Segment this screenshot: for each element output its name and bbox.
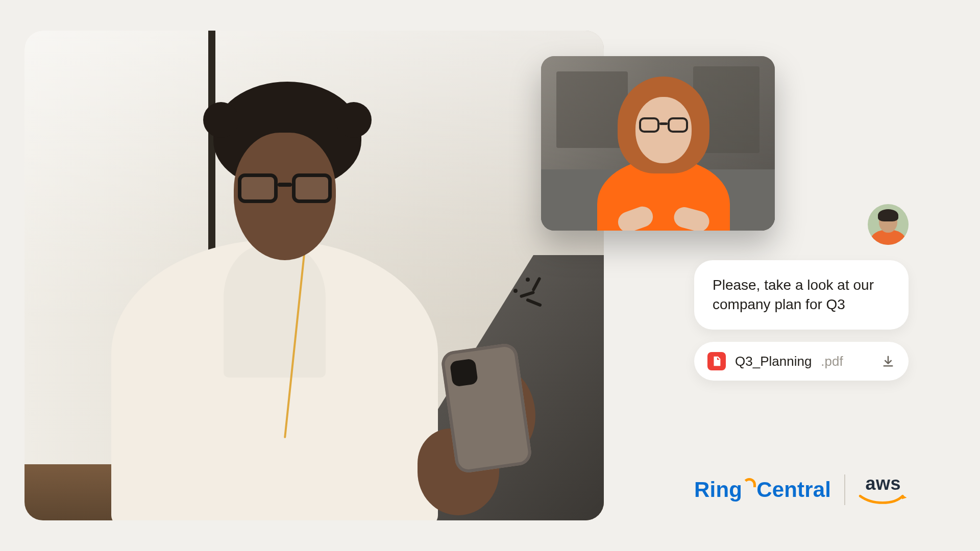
- chat-message-bubble[interactable]: Please, take a look at our company plan …: [694, 260, 909, 330]
- ringcentral-logo-part1: Ring: [694, 479, 742, 500]
- chat-avatar[interactable]: [868, 204, 909, 245]
- video-call-thumbnail[interactable]: [541, 56, 775, 231]
- download-icon[interactable]: [881, 354, 895, 368]
- aws-smile-icon: [859, 494, 908, 507]
- pdf-icon: [707, 352, 726, 370]
- aws-logo: aws: [859, 473, 908, 507]
- ringcentral-logo-part2: Central: [756, 479, 831, 500]
- attachment-extension: .pdf: [821, 354, 843, 369]
- logo-separator: [844, 474, 845, 505]
- chat-attachment-chip[interactable]: Q3_Planning.pdf: [694, 342, 909, 381]
- notification-burst-icon: [510, 276, 556, 321]
- photo-person: [50, 71, 469, 520]
- logo-lockup: Ring Central aws: [694, 469, 960, 510]
- aws-logo-text: aws: [865, 473, 901, 494]
- ringcentral-arc-icon: [743, 478, 756, 487]
- chat-message-text: Please, take a look at our company plan …: [713, 277, 874, 312]
- attachment-filename: Q3_Planning: [735, 354, 812, 369]
- ringcentral-logo: Ring Central: [694, 479, 831, 500]
